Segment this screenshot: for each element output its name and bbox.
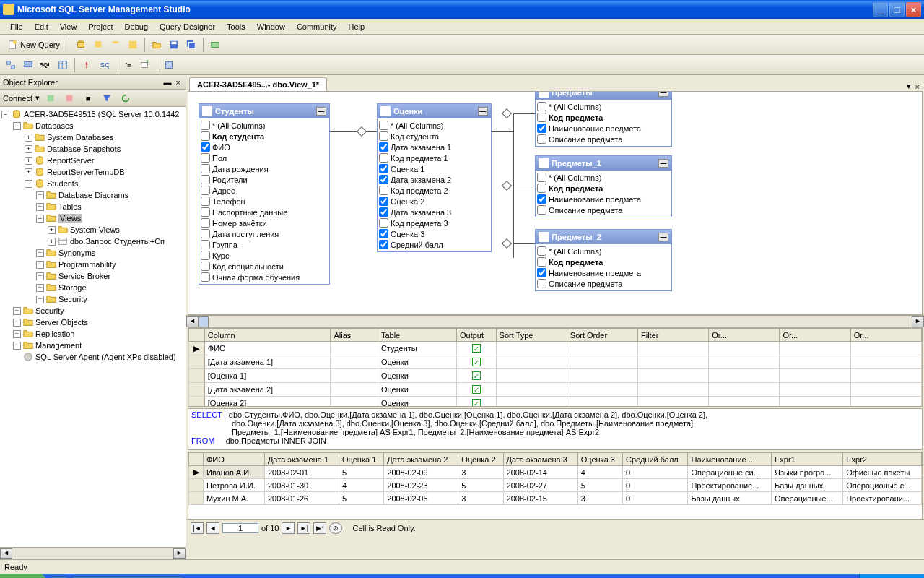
tree-node-mgmt[interactable]: +Management (1, 340, 184, 351)
result-header[interactable]: Оценка 2 (458, 453, 503, 466)
menu-edit[interactable]: Edit (29, 21, 54, 33)
menu-tools[interactable]: Tools (221, 21, 251, 33)
criteria-header[interactable]: Sort Type (496, 329, 567, 342)
card-minimize-icon[interactable]: — (658, 159, 668, 168)
table-column[interactable]: Телефон (201, 196, 328, 207)
table-column[interactable]: Наименование предмета (537, 194, 670, 204)
column-checkbox[interactable] (379, 207, 388, 217)
explorer-close-icon[interactable]: × (174, 78, 183, 87)
result-header[interactable]: Expr2 (843, 453, 922, 466)
column-checkbox[interactable] (379, 142, 388, 152)
criteria-header[interactable]: Or... (850, 329, 921, 342)
result-cell[interactable]: 5 (458, 479, 503, 492)
start-button[interactable]: пуск (0, 574, 46, 578)
row-selector[interactable] (189, 383, 205, 397)
table-column[interactable]: * (All Columns) (201, 120, 328, 131)
criteria-header[interactable]: Sort Order (567, 329, 637, 342)
tree-node-rstmp[interactable]: +ReportServerTempDB (1, 166, 184, 178)
result-cell[interactable]: 3 (458, 466, 503, 479)
btn-db2[interactable] (90, 37, 106, 53)
column-checkbox[interactable] (201, 207, 210, 217)
expand-icon[interactable]: + (25, 145, 32, 153)
expand-icon[interactable]: + (48, 226, 56, 234)
output-checkbox[interactable]: ✓ (472, 358, 481, 366)
column-checkbox[interactable] (201, 121, 210, 130)
table-column[interactable]: Дата экзамена 2 (379, 174, 489, 185)
column-checkbox[interactable] (379, 229, 388, 238)
table-column[interactable]: Пол (201, 152, 328, 163)
menu-project[interactable]: Project (82, 21, 118, 33)
result-cell[interactable]: 2008-02-01 (264, 466, 339, 479)
table-column[interactable]: Описание предмета (537, 278, 670, 289)
btn-addderived[interactable] (161, 57, 177, 73)
result-cell[interactable]: Иванов А.И. (204, 466, 265, 479)
column-checkbox[interactable] (537, 205, 546, 215)
table-column[interactable]: Код предмета 2 (379, 185, 489, 196)
expand-icon[interactable]: + (36, 296, 44, 303)
result-header[interactable]: Дата экзамена 3 (503, 453, 578, 466)
explorer-pin-icon[interactable]: ▬ (162, 78, 174, 87)
tree-node-repl[interactable]: +Replication (1, 328, 184, 340)
table-column[interactable]: Код предмета 3 (379, 217, 489, 228)
btn-criteria-pane[interactable] (20, 57, 36, 73)
expand-icon[interactable]: + (36, 261, 44, 269)
result-row-selector[interactable] (189, 492, 204, 505)
table-column[interactable]: Код предмета (537, 256, 670, 267)
column-checkbox[interactable] (537, 194, 546, 204)
explorer-hscroll[interactable]: ◄► (0, 547, 186, 559)
result-cell[interactable]: Проектирование... (688, 479, 772, 492)
nav-last[interactable]: ►| (297, 522, 310, 534)
column-checkbox[interactable] (201, 142, 210, 152)
row-selector[interactable]: ▶ (189, 342, 205, 355)
tree-node-sysviews[interactable]: +System Views (1, 224, 184, 236)
table-column[interactable]: * (All Columns) (537, 172, 670, 183)
column-checkbox[interactable] (537, 246, 546, 256)
nav-prev[interactable]: ◄ (206, 522, 219, 534)
btn-connect-2[interactable] (61, 90, 77, 106)
tree-node-agent[interactable]: SQL Server Agent (Agent XPs disabled) (1, 351, 184, 363)
result-row-selector[interactable]: ▶ (189, 466, 204, 479)
column-checkbox[interactable] (201, 186, 210, 195)
result-cell[interactable]: Операционые... (771, 492, 842, 505)
tree[interactable]: −ACER-3AD5E49515 (SQL Server 10.0.1442−D… (0, 107, 186, 547)
criteria-header[interactable]: Filter (638, 329, 709, 342)
result-cell[interactable]: 5 (339, 466, 384, 479)
result-cell[interactable]: Операционые си... (688, 466, 772, 479)
criteria-column[interactable]: [Дата экзамена 1] (204, 355, 331, 369)
column-checkbox[interactable] (537, 124, 546, 133)
menu-community[interactable]: Community (291, 21, 343, 33)
result-cell[interactable]: 2008-02-05 (384, 492, 458, 505)
table-column[interactable]: Наименование предмета (537, 267, 670, 278)
result-cell[interactable]: 4 (339, 479, 384, 492)
column-checkbox[interactable] (537, 268, 546, 277)
card-minimize-icon[interactable]: — (658, 91, 668, 97)
tree-node-synonyms[interactable]: +Synonyms (1, 247, 184, 259)
tree-node-security[interactable]: +Security (1, 293, 184, 305)
result-cell[interactable]: 4 (578, 466, 622, 479)
nav-stop[interactable]: ⊘ (329, 522, 342, 534)
btn-filter[interactable] (99, 90, 115, 106)
result-header[interactable]: Средний балл (622, 453, 687, 466)
tree-node-tables[interactable]: +Tables (1, 201, 184, 212)
menu-querydesigner[interactable]: Query Designer (154, 21, 221, 33)
column-checkbox[interactable] (201, 272, 210, 282)
column-checkbox[interactable] (537, 257, 546, 267)
btn-verify[interactable]: SQL (96, 57, 112, 73)
row-selector[interactable] (189, 355, 205, 369)
btn-save[interactable] (166, 37, 182, 53)
table-column[interactable]: Код студента (379, 131, 489, 142)
column-checkbox[interactable] (201, 153, 210, 163)
expand-icon[interactable]: + (36, 249, 44, 257)
tree-node-sysdb[interactable]: +System Databases (1, 131, 184, 143)
criteria-header[interactable]: Or... (709, 329, 780, 342)
table-column[interactable]: * (All Columns) (379, 120, 489, 131)
result-cell[interactable]: 2008-01-26 (264, 492, 339, 505)
column-checkbox[interactable] (379, 240, 388, 249)
result-cell[interactable]: Языки програ... (771, 466, 842, 479)
column-checkbox[interactable] (379, 153, 388, 163)
criteria-header[interactable]: Column (204, 329, 331, 342)
result-header[interactable]: Expr1 (771, 453, 842, 466)
column-checkbox[interactable] (537, 173, 546, 182)
result-cell[interactable]: Проектировани... (843, 492, 922, 505)
criteria-header[interactable]: Or... (780, 329, 850, 342)
